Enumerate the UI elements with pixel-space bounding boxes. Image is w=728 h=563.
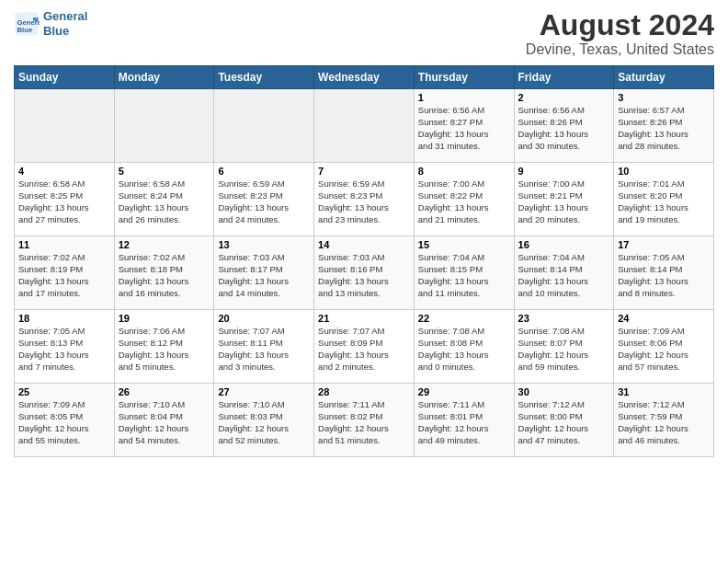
day-info: Sunrise: 7:12 AM Sunset: 8:00 PM Dayligh… <box>518 399 610 446</box>
day-info: Sunrise: 6:59 AM Sunset: 8:23 PM Dayligh… <box>318 178 410 225</box>
day-number: 14 <box>318 239 410 250</box>
logo-line1: General <box>43 9 87 23</box>
weekday-header-row: Sunday Monday Tuesday Wednesday Thursday… <box>15 66 714 89</box>
day-info: Sunrise: 7:05 AM Sunset: 8:14 PM Dayligh… <box>618 252 710 299</box>
calendar-cell: 8Sunrise: 7:00 AM Sunset: 8:22 PM Daylig… <box>414 163 514 236</box>
day-number: 3 <box>618 92 710 103</box>
day-number: 8 <box>418 166 510 177</box>
day-number: 25 <box>18 386 110 397</box>
day-number: 16 <box>518 239 610 250</box>
calendar-cell: 5Sunrise: 6:58 AM Sunset: 8:24 PM Daylig… <box>114 163 214 236</box>
subtitle: Devine, Texas, United States <box>526 41 714 58</box>
calendar-cell: 2Sunrise: 6:56 AM Sunset: 8:26 PM Daylig… <box>514 89 614 163</box>
header-tuesday: Tuesday <box>214 66 314 89</box>
day-info: Sunrise: 7:09 AM Sunset: 8:05 PM Dayligh… <box>18 399 110 446</box>
day-number: 4 <box>18 166 110 177</box>
header-wednesday: Wednesday <box>314 66 415 89</box>
calendar-cell: 1Sunrise: 6:56 AM Sunset: 8:27 PM Daylig… <box>414 89 514 163</box>
day-number: 29 <box>418 386 510 397</box>
calendar-cell: 3Sunrise: 6:57 AM Sunset: 8:26 PM Daylig… <box>614 89 714 163</box>
calendar-cell: 26Sunrise: 7:10 AM Sunset: 8:04 PM Dayli… <box>114 384 214 457</box>
day-info: Sunrise: 7:03 AM Sunset: 8:16 PM Dayligh… <box>318 252 410 299</box>
day-info: Sunrise: 7:04 AM Sunset: 8:14 PM Dayligh… <box>518 252 610 299</box>
day-number: 24 <box>618 313 710 324</box>
day-number: 15 <box>418 239 510 250</box>
calendar-table: Sunday Monday Tuesday Wednesday Thursday… <box>14 65 714 457</box>
calendar-week-3: 11Sunrise: 7:02 AM Sunset: 8:19 PM Dayli… <box>15 236 714 310</box>
calendar-cell: 28Sunrise: 7:11 AM Sunset: 8:02 PM Dayli… <box>314 384 415 457</box>
day-info: Sunrise: 6:58 AM Sunset: 8:25 PM Dayligh… <box>18 178 110 225</box>
header-saturday: Saturday <box>614 66 714 89</box>
day-number: 6 <box>218 166 310 177</box>
page-header: General Blue General Blue August 2024 De… <box>14 9 714 58</box>
day-info: Sunrise: 7:12 AM Sunset: 7:59 PM Dayligh… <box>618 399 710 446</box>
calendar-cell: 6Sunrise: 6:59 AM Sunset: 8:23 PM Daylig… <box>214 163 314 236</box>
day-number: 12 <box>119 239 210 250</box>
calendar-cell: 25Sunrise: 7:09 AM Sunset: 8:05 PM Dayli… <box>15 384 115 457</box>
calendar-cell <box>114 89 214 163</box>
day-info: Sunrise: 6:59 AM Sunset: 8:23 PM Dayligh… <box>218 178 310 225</box>
calendar-cell: 19Sunrise: 7:06 AM Sunset: 8:12 PM Dayli… <box>114 310 214 384</box>
day-info: Sunrise: 7:08 AM Sunset: 8:07 PM Dayligh… <box>518 326 610 373</box>
calendar-cell: 9Sunrise: 7:00 AM Sunset: 8:21 PM Daylig… <box>514 163 614 236</box>
day-number: 31 <box>618 386 710 397</box>
calendar-week-5: 25Sunrise: 7:09 AM Sunset: 8:05 PM Dayli… <box>15 384 714 457</box>
main-title: August 2024 <box>526 9 714 41</box>
day-info: Sunrise: 6:56 AM Sunset: 8:27 PM Dayligh… <box>418 105 510 152</box>
day-number: 9 <box>518 166 610 177</box>
day-info: Sunrise: 7:06 AM Sunset: 8:12 PM Dayligh… <box>119 326 210 373</box>
day-info: Sunrise: 7:07 AM Sunset: 8:09 PM Dayligh… <box>318 326 410 373</box>
day-number: 7 <box>318 166 410 177</box>
day-info: Sunrise: 6:57 AM Sunset: 8:26 PM Dayligh… <box>618 105 710 152</box>
day-info: Sunrise: 7:10 AM Sunset: 8:04 PM Dayligh… <box>119 399 210 446</box>
calendar-cell <box>314 89 415 163</box>
day-info: Sunrise: 7:03 AM Sunset: 8:17 PM Dayligh… <box>218 252 310 299</box>
title-block: August 2024 Devine, Texas, United States <box>526 9 714 58</box>
calendar-cell: 16Sunrise: 7:04 AM Sunset: 8:14 PM Dayli… <box>514 236 614 310</box>
day-info: Sunrise: 7:02 AM Sunset: 8:19 PM Dayligh… <box>18 252 110 299</box>
day-info: Sunrise: 7:05 AM Sunset: 8:13 PM Dayligh… <box>18 326 110 373</box>
day-info: Sunrise: 7:11 AM Sunset: 8:01 PM Dayligh… <box>418 399 510 446</box>
day-number: 27 <box>218 386 310 397</box>
calendar-cell: 23Sunrise: 7:08 AM Sunset: 8:07 PM Dayli… <box>514 310 614 384</box>
day-info: Sunrise: 7:10 AM Sunset: 8:03 PM Dayligh… <box>218 399 310 446</box>
day-info: Sunrise: 7:09 AM Sunset: 8:06 PM Dayligh… <box>618 326 710 373</box>
day-number: 30 <box>518 386 610 397</box>
day-info: Sunrise: 6:56 AM Sunset: 8:26 PM Dayligh… <box>518 105 610 152</box>
calendar-cell: 11Sunrise: 7:02 AM Sunset: 8:19 PM Dayli… <box>15 236 115 310</box>
day-info: Sunrise: 7:00 AM Sunset: 8:22 PM Dayligh… <box>418 178 510 225</box>
calendar-cell: 10Sunrise: 7:01 AM Sunset: 8:20 PM Dayli… <box>614 163 714 236</box>
logo: General Blue General Blue <box>14 9 87 38</box>
calendar-cell: 4Sunrise: 6:58 AM Sunset: 8:25 PM Daylig… <box>15 163 115 236</box>
header-thursday: Thursday <box>414 66 514 89</box>
calendar-cell: 21Sunrise: 7:07 AM Sunset: 8:09 PM Dayli… <box>314 310 415 384</box>
day-info: Sunrise: 7:08 AM Sunset: 8:08 PM Dayligh… <box>418 326 510 373</box>
day-info: Sunrise: 7:00 AM Sunset: 8:21 PM Dayligh… <box>518 178 610 225</box>
day-number: 5 <box>119 166 210 177</box>
day-number: 26 <box>119 386 210 397</box>
day-number: 18 <box>18 313 110 324</box>
logo-line2: Blue <box>43 24 69 38</box>
day-info: Sunrise: 7:07 AM Sunset: 8:11 PM Dayligh… <box>218 326 310 373</box>
calendar-cell: 30Sunrise: 7:12 AM Sunset: 8:00 PM Dayli… <box>514 384 614 457</box>
day-number: 1 <box>418 92 510 103</box>
day-number: 10 <box>618 166 710 177</box>
calendar-cell: 15Sunrise: 7:04 AM Sunset: 8:15 PM Dayli… <box>414 236 514 310</box>
calendar-cell: 14Sunrise: 7:03 AM Sunset: 8:16 PM Dayli… <box>314 236 415 310</box>
day-info: Sunrise: 7:11 AM Sunset: 8:02 PM Dayligh… <box>318 399 410 446</box>
logo-icon: General Blue <box>14 11 40 37</box>
calendar-cell: 13Sunrise: 7:03 AM Sunset: 8:17 PM Dayli… <box>214 236 314 310</box>
day-info: Sunrise: 6:58 AM Sunset: 8:24 PM Dayligh… <box>119 178 210 225</box>
logo-text: General Blue <box>43 9 87 38</box>
day-number: 20 <box>218 313 310 324</box>
calendar-cell: 12Sunrise: 7:02 AM Sunset: 8:18 PM Dayli… <box>114 236 214 310</box>
calendar-cell <box>15 89 115 163</box>
day-number: 21 <box>318 313 410 324</box>
day-number: 19 <box>119 313 210 324</box>
calendar-cell: 20Sunrise: 7:07 AM Sunset: 8:11 PM Dayli… <box>214 310 314 384</box>
day-number: 11 <box>18 239 110 250</box>
calendar-cell: 22Sunrise: 7:08 AM Sunset: 8:08 PM Dayli… <box>414 310 514 384</box>
calendar-week-1: 1Sunrise: 6:56 AM Sunset: 8:27 PM Daylig… <box>15 89 714 163</box>
calendar-cell: 29Sunrise: 7:11 AM Sunset: 8:01 PM Dayli… <box>414 384 514 457</box>
header-monday: Monday <box>114 66 214 89</box>
